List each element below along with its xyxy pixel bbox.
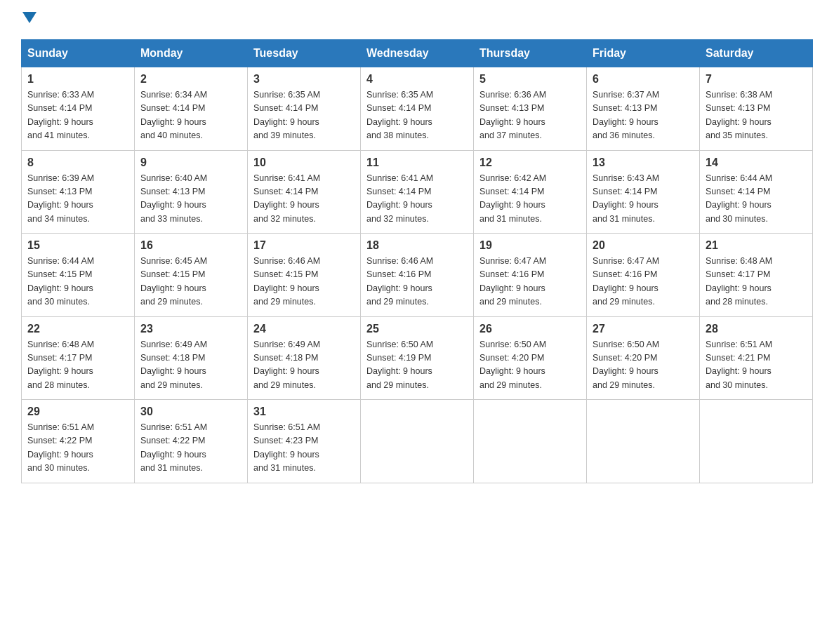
day-info: Sunrise: 6:51 AMSunset: 4:21 PMDaylight:… bbox=[706, 338, 807, 393]
day-cell: 28 Sunrise: 6:51 AMSunset: 4:21 PMDaylig… bbox=[700, 316, 813, 400]
day-number: 5 bbox=[479, 73, 581, 86]
week-row-5: 29 Sunrise: 6:51 AMSunset: 4:22 PMDaylig… bbox=[22, 400, 813, 483]
day-cell: 23 Sunrise: 6:49 AMSunset: 4:18 PMDaylig… bbox=[135, 316, 248, 400]
logo bbox=[21, 14, 37, 25]
calendar-table: SundayMondayTuesdayWednesdayThursdayFrid… bbox=[21, 39, 813, 483]
day-info: Sunrise: 6:51 AMSunset: 4:22 PMDaylight:… bbox=[27, 421, 128, 476]
day-number: 31 bbox=[253, 405, 355, 418]
day-info: Sunrise: 6:48 AMSunset: 4:17 PMDaylight:… bbox=[706, 255, 807, 309]
day-number: 17 bbox=[253, 239, 355, 252]
day-cell: 17 Sunrise: 6:46 AMSunset: 4:15 PMDaylig… bbox=[248, 234, 361, 317]
day-info: Sunrise: 6:40 AMSunset: 4:13 PMDaylight:… bbox=[140, 172, 241, 227]
day-number: 15 bbox=[27, 239, 128, 252]
day-info: Sunrise: 6:47 AMSunset: 4:16 PMDaylight:… bbox=[479, 255, 581, 309]
day-info: Sunrise: 6:48 AMSunset: 4:17 PMDaylight:… bbox=[27, 338, 128, 393]
day-cell: 8 Sunrise: 6:39 AMSunset: 4:13 PMDayligh… bbox=[22, 150, 135, 234]
day-info: Sunrise: 6:34 AMSunset: 4:14 PMDaylight:… bbox=[140, 88, 241, 143]
week-row-2: 8 Sunrise: 6:39 AMSunset: 4:13 PMDayligh… bbox=[22, 150, 813, 234]
day-cell: 19 Sunrise: 6:47 AMSunset: 4:16 PMDaylig… bbox=[474, 234, 587, 317]
day-info: Sunrise: 6:44 AMSunset: 4:14 PMDaylight:… bbox=[706, 172, 807, 227]
day-number: 13 bbox=[593, 156, 694, 169]
day-number: 26 bbox=[479, 323, 581, 335]
day-number: 16 bbox=[140, 239, 241, 252]
day-info: Sunrise: 6:45 AMSunset: 4:15 PMDaylight:… bbox=[140, 255, 241, 309]
day-cell bbox=[587, 400, 700, 483]
day-cell: 6 Sunrise: 6:37 AMSunset: 4:13 PMDayligh… bbox=[587, 67, 700, 151]
day-number: 4 bbox=[366, 73, 468, 86]
day-number: 23 bbox=[140, 323, 241, 335]
day-cell: 1 Sunrise: 6:33 AMSunset: 4:14 PMDayligh… bbox=[22, 67, 135, 151]
day-number: 1 bbox=[27, 73, 128, 86]
day-info: Sunrise: 6:33 AMSunset: 4:14 PMDaylight:… bbox=[27, 88, 128, 143]
day-number: 7 bbox=[706, 73, 807, 86]
week-row-4: 22 Sunrise: 6:48 AMSunset: 4:17 PMDaylig… bbox=[22, 316, 813, 400]
day-info: Sunrise: 6:51 AMSunset: 4:22 PMDaylight:… bbox=[140, 421, 241, 476]
day-cell: 22 Sunrise: 6:48 AMSunset: 4:17 PMDaylig… bbox=[22, 316, 135, 400]
week-row-3: 15 Sunrise: 6:44 AMSunset: 4:15 PMDaylig… bbox=[22, 234, 813, 317]
day-cell: 4 Sunrise: 6:35 AMSunset: 4:14 PMDayligh… bbox=[361, 67, 474, 151]
page-header bbox=[21, 14, 813, 25]
day-info: Sunrise: 6:43 AMSunset: 4:14 PMDaylight:… bbox=[593, 172, 694, 227]
day-number: 24 bbox=[253, 323, 355, 335]
day-cell: 20 Sunrise: 6:47 AMSunset: 4:16 PMDaylig… bbox=[587, 234, 700, 317]
day-info: Sunrise: 6:35 AMSunset: 4:14 PMDaylight:… bbox=[366, 88, 468, 143]
day-cell: 16 Sunrise: 6:45 AMSunset: 4:15 PMDaylig… bbox=[135, 234, 248, 317]
day-number: 28 bbox=[706, 323, 807, 335]
day-info: Sunrise: 6:50 AMSunset: 4:19 PMDaylight:… bbox=[366, 338, 468, 393]
day-number: 3 bbox=[253, 73, 355, 86]
weekday-header-sunday: Sunday bbox=[22, 40, 135, 67]
day-number: 10 bbox=[253, 156, 355, 169]
day-cell: 15 Sunrise: 6:44 AMSunset: 4:15 PMDaylig… bbox=[22, 234, 135, 317]
day-number: 14 bbox=[706, 156, 807, 169]
logo-triangle-icon bbox=[22, 12, 37, 23]
day-info: Sunrise: 6:44 AMSunset: 4:15 PMDaylight:… bbox=[27, 255, 128, 309]
day-cell: 18 Sunrise: 6:46 AMSunset: 4:16 PMDaylig… bbox=[361, 234, 474, 317]
day-number: 9 bbox=[140, 156, 241, 169]
weekday-header-monday: Monday bbox=[135, 40, 248, 67]
day-number: 11 bbox=[366, 156, 468, 169]
day-number: 2 bbox=[140, 73, 241, 86]
day-cell: 7 Sunrise: 6:38 AMSunset: 4:13 PMDayligh… bbox=[700, 67, 813, 151]
day-cell: 2 Sunrise: 6:34 AMSunset: 4:14 PMDayligh… bbox=[135, 67, 248, 151]
day-number: 8 bbox=[27, 156, 128, 169]
day-number: 25 bbox=[366, 323, 468, 335]
day-cell bbox=[700, 400, 813, 483]
day-cell: 30 Sunrise: 6:51 AMSunset: 4:22 PMDaylig… bbox=[135, 400, 248, 483]
day-info: Sunrise: 6:38 AMSunset: 4:13 PMDaylight:… bbox=[706, 88, 807, 143]
day-number: 19 bbox=[479, 239, 581, 252]
day-number: 27 bbox=[593, 323, 694, 335]
day-info: Sunrise: 6:37 AMSunset: 4:13 PMDaylight:… bbox=[593, 88, 694, 143]
day-info: Sunrise: 6:42 AMSunset: 4:14 PMDaylight:… bbox=[479, 172, 581, 227]
weekday-header-wednesday: Wednesday bbox=[361, 40, 474, 67]
day-cell: 25 Sunrise: 6:50 AMSunset: 4:19 PMDaylig… bbox=[361, 316, 474, 400]
day-cell: 9 Sunrise: 6:40 AMSunset: 4:13 PMDayligh… bbox=[135, 150, 248, 234]
weekday-header-tuesday: Tuesday bbox=[248, 40, 361, 67]
day-number: 20 bbox=[593, 239, 694, 252]
day-info: Sunrise: 6:36 AMSunset: 4:13 PMDaylight:… bbox=[479, 88, 581, 143]
weekday-header-thursday: Thursday bbox=[474, 40, 587, 67]
day-number: 12 bbox=[479, 156, 581, 169]
weekday-header-row: SundayMondayTuesdayWednesdayThursdayFrid… bbox=[22, 40, 813, 67]
weekday-header-saturday: Saturday bbox=[700, 40, 813, 67]
day-info: Sunrise: 6:49 AMSunset: 4:18 PMDaylight:… bbox=[253, 338, 355, 393]
day-cell: 3 Sunrise: 6:35 AMSunset: 4:14 PMDayligh… bbox=[248, 67, 361, 151]
day-cell: 24 Sunrise: 6:49 AMSunset: 4:18 PMDaylig… bbox=[248, 316, 361, 400]
day-cell bbox=[361, 400, 474, 483]
day-info: Sunrise: 6:49 AMSunset: 4:18 PMDaylight:… bbox=[140, 338, 241, 393]
day-number: 30 bbox=[140, 405, 241, 418]
week-row-1: 1 Sunrise: 6:33 AMSunset: 4:14 PMDayligh… bbox=[22, 67, 813, 151]
day-cell: 29 Sunrise: 6:51 AMSunset: 4:22 PMDaylig… bbox=[22, 400, 135, 483]
day-info: Sunrise: 6:51 AMSunset: 4:23 PMDaylight:… bbox=[253, 421, 355, 476]
day-info: Sunrise: 6:39 AMSunset: 4:13 PMDaylight:… bbox=[27, 172, 128, 227]
day-info: Sunrise: 6:46 AMSunset: 4:15 PMDaylight:… bbox=[253, 255, 355, 309]
day-cell: 21 Sunrise: 6:48 AMSunset: 4:17 PMDaylig… bbox=[700, 234, 813, 317]
day-cell: 11 Sunrise: 6:41 AMSunset: 4:14 PMDaylig… bbox=[361, 150, 474, 234]
day-info: Sunrise: 6:50 AMSunset: 4:20 PMDaylight:… bbox=[593, 338, 694, 393]
day-number: 21 bbox=[706, 239, 807, 252]
day-cell: 13 Sunrise: 6:43 AMSunset: 4:14 PMDaylig… bbox=[587, 150, 700, 234]
day-number: 18 bbox=[366, 239, 468, 252]
day-cell: 14 Sunrise: 6:44 AMSunset: 4:14 PMDaylig… bbox=[700, 150, 813, 234]
day-number: 29 bbox=[27, 405, 128, 418]
day-cell: 31 Sunrise: 6:51 AMSunset: 4:23 PMDaylig… bbox=[248, 400, 361, 483]
day-info: Sunrise: 6:35 AMSunset: 4:14 PMDaylight:… bbox=[253, 88, 355, 143]
